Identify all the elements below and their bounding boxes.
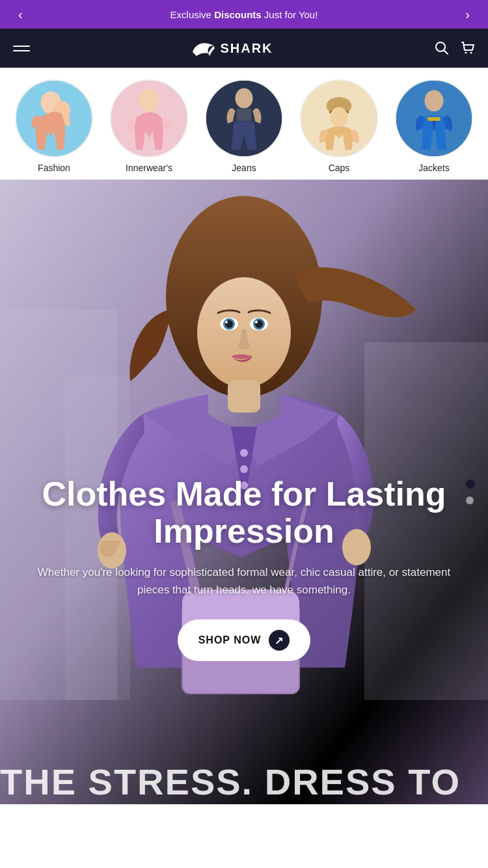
hamburger-line <box>13 50 30 51</box>
logo-text: SHARK <box>220 41 273 56</box>
category-image-innerwear <box>110 79 188 157</box>
marquee-bar: THE STRESS. DRESS TO THE STRESS. DRESS T… <box>0 759 488 804</box>
hero-banner: Clothes Made for Lasting Impression Whet… <box>0 180 488 804</box>
announcement-message: Exclusive Discounts Just for You! <box>28 9 461 20</box>
svg-point-17 <box>425 90 444 112</box>
marquee-text: THE STRESS. DRESS TO THE STRESS. DRESS T… <box>0 761 488 803</box>
svg-point-34 <box>240 449 248 457</box>
svg-point-8 <box>139 90 159 113</box>
cart-button[interactable] <box>461 41 475 55</box>
category-label-caps: Caps <box>329 163 350 173</box>
hero-dot-1[interactable] <box>466 480 475 489</box>
announcement-bar: ‹ Exclusive Discounts Just for You! › <box>0 0 488 29</box>
svg-point-10 <box>235 88 252 109</box>
cart-icon <box>461 41 475 55</box>
shop-now-label: SHOP NOW <box>198 634 262 646</box>
svg-point-29 <box>225 321 228 323</box>
logo[interactable]: SHARK <box>191 39 273 57</box>
hero-title: Clothes Made for Lasting Impression <box>26 476 462 550</box>
category-image-jeans <box>205 79 283 157</box>
category-image-fashion <box>15 79 93 157</box>
announcement-prev-button[interactable]: ‹ <box>13 5 28 25</box>
svg-rect-18 <box>427 117 440 121</box>
jackets-person-svg <box>396 81 472 156</box>
fashion-person-svg <box>16 81 92 156</box>
header: SHARK <box>0 29 488 68</box>
hero-subtitle: Whether you're looking for sophisticated… <box>26 563 462 599</box>
category-label-jeans: Jeans <box>232 163 256 173</box>
jeans-person-svg <box>206 81 282 156</box>
svg-point-35 <box>240 465 248 473</box>
svg-rect-11 <box>236 109 251 121</box>
categories-section: Fashion Innerwear's Jeans <box>0 68 488 180</box>
hero-dot-2[interactable] <box>466 496 474 504</box>
svg-rect-25 <box>228 380 260 413</box>
announcement-text-after: Just for You! <box>262 9 318 20</box>
category-item-caps[interactable]: Caps <box>300 79 378 173</box>
svg-point-33 <box>255 321 258 323</box>
svg-line-1 <box>444 51 448 55</box>
category-label-jackets: Jackets <box>418 163 449 173</box>
category-image-jackets <box>395 79 473 157</box>
announcement-next-button[interactable]: › <box>460 5 475 25</box>
category-item-innerwear[interactable]: Innerwear's <box>110 79 188 173</box>
hero-pagination <box>466 480 475 504</box>
logo-icon <box>191 39 215 57</box>
svg-point-15 <box>330 107 347 128</box>
innerwear-person-svg <box>111 81 187 156</box>
announcement-text-before: Exclusive <box>170 9 215 20</box>
announcement-text-bold: Discounts <box>214 9 262 20</box>
shop-now-button[interactable]: SHOP NOW ↗ <box>178 619 311 661</box>
search-button[interactable] <box>435 41 449 55</box>
category-label-fashion: Fashion <box>38 163 70 173</box>
svg-point-2 <box>465 52 467 54</box>
hamburger-menu[interactable] <box>13 46 30 51</box>
category-item-jackets[interactable]: Jackets <box>395 79 473 173</box>
shop-now-arrow-icon: ↗ <box>269 630 290 651</box>
svg-point-3 <box>470 52 472 54</box>
hero-content: Clothes Made for Lasting Impression Whet… <box>0 476 488 661</box>
search-icon <box>435 41 449 55</box>
caps-person-svg <box>301 81 377 156</box>
category-item-jeans[interactable]: Jeans <box>205 79 283 173</box>
hamburger-line <box>13 46 30 47</box>
category-label-innerwear: Innerwear's <box>126 163 172 173</box>
category-image-caps <box>300 79 378 157</box>
header-icons <box>435 41 475 55</box>
category-item-fashion[interactable]: Fashion <box>15 79 93 173</box>
